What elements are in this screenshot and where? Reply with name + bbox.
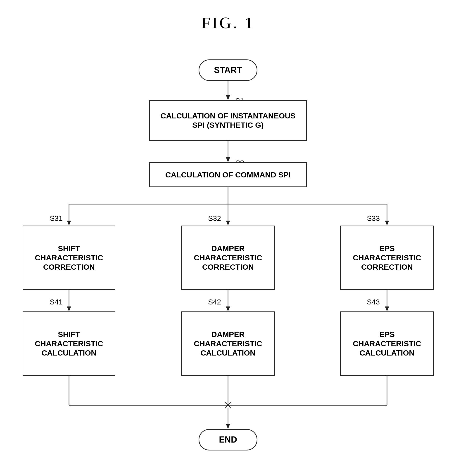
s31-label: S31 bbox=[50, 214, 63, 223]
svg-marker-25 bbox=[226, 424, 230, 429]
end-node: END bbox=[199, 429, 257, 450]
start-node: START bbox=[199, 60, 257, 81]
svg-marker-3 bbox=[226, 157, 230, 162]
page-title: FIG. 1 bbox=[0, 0, 456, 46]
svg-marker-17 bbox=[385, 306, 389, 311]
svg-marker-13 bbox=[67, 306, 71, 311]
eps-corr-box: EPSCHARACTERISTICCORRECTION bbox=[340, 226, 434, 290]
calc-inst-spi-box: CALCULATION OF INSTANTANEOUSSPI (SYNTHET… bbox=[149, 100, 307, 141]
calc-cmd-spi-box: CALCULATION OF COMMAND SPI bbox=[149, 162, 307, 187]
svg-marker-15 bbox=[226, 306, 230, 311]
flowchart: START S1 CALCULATION OF INSTANTANEOUSSPI… bbox=[0, 46, 456, 475]
s43-label: S43 bbox=[367, 298, 380, 306]
shift-corr-box: SHIFTCHARACTERISTICCORRECTION bbox=[23, 226, 115, 290]
damper-corr-box: DAMPERCHARACTERISTICCORRECTION bbox=[181, 226, 275, 290]
s32-label: S32 bbox=[208, 214, 221, 223]
s41-label: S41 bbox=[50, 298, 63, 306]
svg-marker-7 bbox=[67, 221, 71, 226]
s33-label: S33 bbox=[367, 214, 380, 223]
svg-marker-11 bbox=[385, 221, 389, 226]
svg-marker-9 bbox=[226, 221, 230, 226]
svg-marker-1 bbox=[226, 95, 230, 100]
damper-calc-box: DAMPERCHARACTERISTICCALCULATION bbox=[181, 311, 275, 376]
eps-calc-box: EPSCHARACTERISTICCALCULATION bbox=[340, 311, 434, 376]
s42-label: S42 bbox=[208, 298, 221, 306]
shift-calc-box: SHIFTCHARACTERISTICCALCULATION bbox=[23, 311, 115, 376]
